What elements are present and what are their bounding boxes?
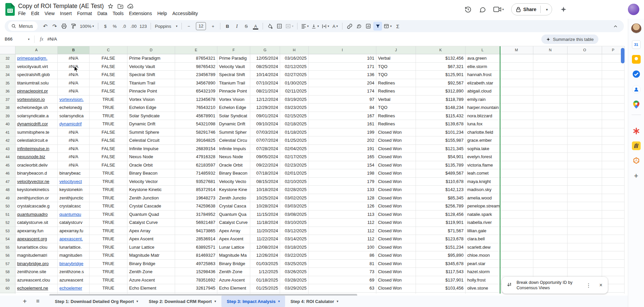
cell-A61[interactable]: tempesttide.d — [15, 293, 58, 294]
cell-B35[interactable]: #N/A — [58, 79, 90, 87]
cell-M42[interactable] — [500, 136, 533, 145]
cell-E46[interactable]: 71485932 — [175, 169, 217, 178]
cell-D59[interactable]: Azure Ascent — [127, 276, 175, 285]
toast-close-icon[interactable]: × — [597, 282, 604, 288]
format-percent-button[interactable]: % — [110, 22, 119, 30]
cell-H34[interactable]: 02/27/2025 — [280, 71, 309, 79]
account-avatar[interactable] — [628, 4, 639, 15]
row-header-59[interactable]: 59 — [0, 276, 15, 285]
cell-L55[interactable]: scarlett.dew — [466, 243, 500, 252]
cell-O53[interactable] — [568, 227, 602, 235]
google-calendar-icon[interactable]: 31 — [632, 40, 641, 49]
collapse-toolbar-icon[interactable] — [611, 22, 620, 31]
cell-A50[interactable]: crystalcascade.g — [15, 202, 58, 210]
google-keep-icon[interactable] — [632, 55, 641, 64]
row-header-43[interactable]: 43 — [0, 145, 15, 153]
cell-K50[interactable]: $256,789 — [416, 202, 466, 210]
cell-J56[interactable]: Closed Won — [376, 251, 416, 260]
cell-O37[interactable] — [568, 96, 602, 104]
cell-M38[interactable] — [500, 104, 533, 112]
cell-G35[interactable]: 07/10/2024 — [250, 79, 280, 87]
cell-C40[interactable]: TRUE — [90, 120, 127, 128]
cell-F49[interactable]: Zenith Junctio — [217, 194, 250, 202]
row-header-47[interactable]: 47 — [0, 178, 15, 186]
cell-B47[interactable]: velocityvect — [58, 178, 90, 186]
cell-A54[interactable]: apexascent.org — [15, 235, 58, 243]
cell-H37[interactable]: 03/19/2025 — [280, 96, 309, 104]
cell-F50[interactable]: Crystal Casca — [217, 202, 250, 210]
cell-D56[interactable]: Magnitude Matr — [127, 251, 175, 260]
cell-B53[interactable]: apexarray.fu — [58, 227, 90, 235]
cell-M53[interactable] — [500, 227, 533, 235]
cell-F33[interactable]: Velocity Vault — [217, 63, 250, 71]
cell-I56[interactable]: 86 — [309, 251, 376, 260]
cell-A42[interactable]: celestialcircuit.e — [15, 136, 58, 145]
cell-D58[interactable]: Zenith Zone — [127, 268, 175, 276]
meet-video-icon[interactable]: ▾ — [493, 6, 504, 12]
cell-M45[interactable] — [500, 161, 533, 170]
cell-O33[interactable] — [568, 63, 602, 71]
cell-M39[interactable] — [500, 112, 533, 120]
cell-N41[interactable] — [533, 128, 568, 137]
cell-D55[interactable]: Lunar Lattice — [127, 243, 175, 252]
cell-A48[interactable]: keystonekinetics — [15, 186, 58, 194]
cell-H58[interactable]: 03/26/2025 — [280, 268, 309, 276]
cell-K58[interactable]: $117,543 — [416, 268, 466, 276]
cell-B56[interactable]: magnituden — [58, 251, 90, 260]
cell-J35[interactable]: Redlines — [376, 79, 416, 87]
toast-more-options-icon[interactable]: ⋮ — [584, 282, 593, 289]
font-family-control[interactable]: Poppins▾ — [154, 24, 179, 29]
text-color-button[interactable]: A — [251, 22, 260, 30]
cell-C54[interactable]: TRUE — [90, 235, 127, 243]
cell-E38[interactable]: 76543210 — [175, 104, 217, 112]
more-formats-button[interactable]: 123 — [139, 22, 148, 30]
cell-J38[interactable]: TQO — [376, 104, 416, 112]
cell-P36[interactable] — [602, 87, 625, 96]
cell-M36[interactable] — [500, 87, 533, 96]
cell-N39[interactable] — [533, 112, 568, 120]
summarize-table-button[interactable]: Summarize this table — [541, 35, 598, 44]
cell-G55[interactable]: 12/08/2024 — [250, 243, 280, 252]
menu-extensions[interactable]: Extensions — [126, 9, 154, 17]
cell-E61[interactable]: 57943881 — [175, 293, 217, 294]
cell-P44[interactable] — [602, 153, 625, 161]
cell-I55[interactable]: 100 — [309, 243, 376, 252]
cell-G32[interactable]: 12/05/2024 — [250, 54, 280, 63]
cell-N47[interactable] — [533, 178, 568, 186]
cell-C50[interactable]: TRUE — [90, 202, 127, 210]
cell-K52[interactable]: $119,901 — [416, 219, 466, 227]
cell-A44[interactable]: nexusnode.biz — [15, 153, 58, 161]
cell-M54[interactable] — [500, 235, 533, 243]
cell-H59[interactable]: 03/28/2025 — [280, 276, 309, 285]
cell-E40[interactable]: 54321098 — [175, 120, 217, 128]
cell-K43[interactable]: $121,345 — [416, 145, 466, 153]
gemini-spark-icon[interactable] — [560, 6, 567, 13]
cell-F58[interactable]: Zenith Zone — [217, 268, 250, 276]
cell-P39[interactable] — [602, 112, 625, 120]
cell-I58[interactable]: 73 — [309, 268, 376, 276]
cell-D38[interactable]: Echelon Edge — [127, 104, 175, 112]
insert-chart-button[interactable] — [364, 22, 373, 30]
column-header-N[interactable]: N — [533, 46, 568, 54]
row-header-60[interactable]: 60 — [0, 284, 15, 293]
google-tasks-icon[interactable] — [632, 70, 641, 78]
cell-E36[interactable]: 65432109 — [175, 87, 217, 96]
column-header-E[interactable]: E — [175, 46, 217, 54]
zoom-control[interactable]: 100%▾ — [78, 24, 95, 29]
cell-F61[interactable]: Tempest Tide — [217, 293, 250, 294]
cell-J58[interactable]: Closed Won — [376, 268, 416, 276]
cell-I44[interactable]: 165 — [309, 153, 376, 161]
row-header-33[interactable]: 33 — [0, 63, 15, 71]
cell-I57[interactable]: 81 — [309, 260, 376, 268]
cell-E34[interactable]: 23456789 — [175, 71, 217, 79]
cell-O47[interactable] — [568, 178, 602, 186]
cell-N34[interactable] — [533, 71, 568, 79]
menu-data[interactable]: Data — [95, 9, 110, 17]
vertical-align-button[interactable]: ▾ — [310, 22, 320, 30]
cell-B61[interactable]: tempesttide — [58, 293, 90, 294]
cell-M44[interactable] — [500, 153, 533, 161]
cell-I45[interactable]: 154 — [309, 161, 376, 170]
cell-M41[interactable] — [500, 128, 533, 137]
cell-I51[interactable]: 113 — [309, 210, 376, 219]
cell-P38[interactable] — [602, 104, 625, 112]
